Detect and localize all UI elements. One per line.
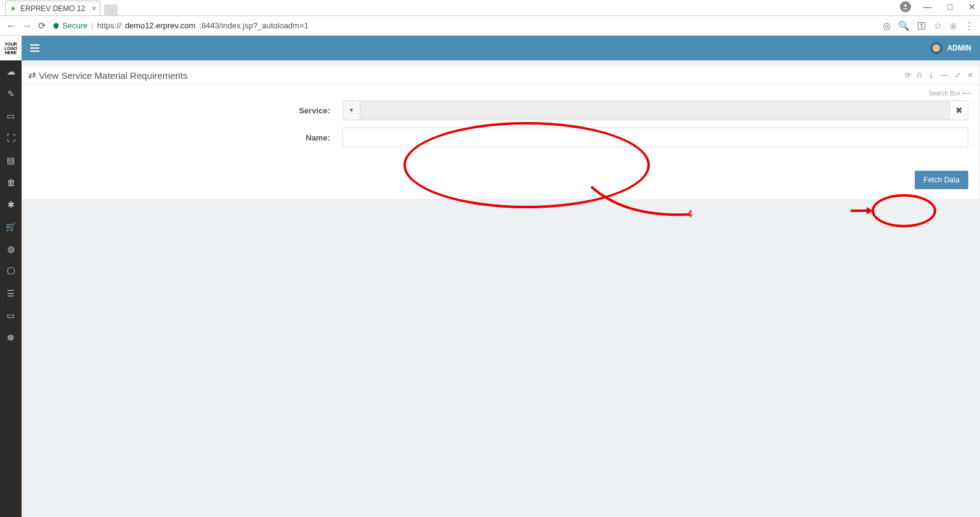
content: ⇄ View Service Material Requirements ⟳ ⎙… xyxy=(22,60,980,517)
logo-line1: YOUR xyxy=(4,42,17,46)
annotation-step-number: 4 xyxy=(687,208,692,221)
logo-line2: LOGO xyxy=(4,46,17,51)
nav-forward-icon[interactable]: → xyxy=(22,20,32,31)
name-label: Name: xyxy=(59,133,342,142)
tag-icon[interactable]: ✎ xyxy=(0,83,22,105)
tab-strip: ERPREV DEMO 12 × — □ ✕ xyxy=(0,0,980,16)
searchbox-toggle[interactable]: Search Box ⟵ xyxy=(22,85,979,97)
topbar: ADMIN xyxy=(22,36,980,60)
searchbox-collapse-icon: ⟵ xyxy=(962,90,971,97)
user-label: ADMIN xyxy=(947,44,971,52)
service-label: Service: xyxy=(59,106,342,115)
window-close-icon[interactable]: ✕ xyxy=(966,2,978,12)
url-box[interactable]: Secure | https://demo12.erprev.com:8443/… xyxy=(52,21,877,30)
window-maximize-icon[interactable]: □ xyxy=(944,2,955,12)
kebab-menu-icon[interactable]: ⋮ xyxy=(965,20,974,31)
url-domain: demo12.erprev.com xyxy=(125,21,196,30)
sidebar: YOUR LOGO HERE ☁ ✎ ▭ ⛶ ▤ 🗑 ✱ 🛒 ◍ 🖵 ☰ ▭ ☸ xyxy=(0,36,22,517)
monitor-icon[interactable]: 🖵 xyxy=(0,260,22,282)
secure-indicator: Secure xyxy=(52,21,87,30)
row-service: Service: ▼ ✖ xyxy=(59,100,968,120)
main-area: ADMIN ⇄ View Service Material Requiremen… xyxy=(22,36,980,517)
url-scheme: https:// xyxy=(97,21,121,30)
reload-icon[interactable]: ⟳ xyxy=(38,20,46,31)
key-icon[interactable]: ⚿ xyxy=(917,20,926,31)
minimize-icon[interactable]: — xyxy=(941,71,949,79)
tab-title: ERPREV DEMO 12 xyxy=(20,4,85,13)
location-icon[interactable]: ◎ xyxy=(883,20,891,31)
avatar-icon xyxy=(930,42,942,54)
favicon-icon xyxy=(12,6,15,11)
nav-back-icon[interactable]: ← xyxy=(6,20,16,31)
address-bar: ← → ⟳ Secure | https://demo12.erprev.com… xyxy=(0,16,980,36)
cart-icon[interactable]: 🛒 xyxy=(0,216,22,238)
panel-header: ⇄ View Service Material Requirements ⟳ ⎙… xyxy=(22,66,979,85)
dashboard-icon[interactable]: ☁ xyxy=(0,60,22,83)
new-tab-button[interactable] xyxy=(104,4,118,15)
tab-close-icon[interactable]: × xyxy=(92,4,97,13)
app-root: YOUR LOGO HERE ☁ ✎ ▭ ⛶ ▤ 🗑 ✱ 🛒 ◍ 🖵 ☰ ▭ ☸… xyxy=(0,36,980,517)
expand-icon[interactable]: ⤢ xyxy=(955,71,961,79)
shuffle-icon: ⇄ xyxy=(28,70,36,81)
doc-icon[interactable]: ▤ xyxy=(0,149,22,171)
modules-icon[interactable]: ⛶ xyxy=(0,127,22,149)
star-icon[interactable]: ☆ xyxy=(934,20,942,31)
panel-title-text: View Service Material Requirements xyxy=(39,70,188,81)
name-field xyxy=(342,128,968,147)
name-input[interactable] xyxy=(342,128,968,147)
url-divider: | xyxy=(91,21,93,30)
topbar-user[interactable]: ADMIN xyxy=(930,42,971,54)
trash-icon[interactable]: 🗑 xyxy=(0,171,22,193)
url-path: :8443/index.jsp?_autoloadm=1 xyxy=(199,21,308,30)
support-icon[interactable]: ☸ xyxy=(0,327,22,349)
close-icon[interactable]: ✕ xyxy=(967,71,973,79)
fetch-data-button[interactable]: Fetch Data xyxy=(915,171,968,189)
globe-icon[interactable]: ◍ xyxy=(0,238,22,260)
browser-chrome: ERPREV DEMO 12 × — □ ✕ ← → ⟳ Secure | ht… xyxy=(0,0,980,36)
print-icon[interactable]: ⎙ xyxy=(917,71,921,79)
money-icon[interactable]: ▭ xyxy=(0,105,22,127)
service-input[interactable] xyxy=(360,100,950,120)
address-bar-icons: ◎ 🔍 ⚿ ☆ ◉ ⋮ xyxy=(883,20,974,31)
searchbox-label-text: Search Box xyxy=(929,90,961,97)
gear-icon[interactable]: ✱ xyxy=(0,193,22,216)
chrome-user-icon[interactable] xyxy=(900,1,911,12)
search-form: Service: ▼ ✖ Name: xyxy=(22,97,979,167)
browser-tab[interactable]: ERPREV DEMO 12 × xyxy=(5,1,100,15)
db-icon[interactable]: ☰ xyxy=(0,282,22,304)
service-dropdown-button[interactable]: ▼ xyxy=(342,100,360,120)
logo[interactable]: YOUR LOGO HERE xyxy=(0,36,22,60)
logo-line3: HERE xyxy=(5,51,17,55)
secure-label: Secure xyxy=(62,21,87,30)
panel-toolbar: ⟳ ⎙ ⭳ — ⤢ ✕ xyxy=(905,71,973,79)
window-minimize-icon[interactable]: — xyxy=(922,2,933,12)
zoom-icon[interactable]: 🔍 xyxy=(898,20,910,31)
svg-point-0 xyxy=(904,4,907,7)
service-field: ▼ ✖ xyxy=(342,100,968,120)
panel-actions: Fetch Data xyxy=(22,167,979,199)
service-clear-button[interactable]: ✖ xyxy=(950,100,968,120)
window-controls: — □ ✕ xyxy=(900,1,978,12)
panel-title: ⇄ View Service Material Requirements xyxy=(28,70,188,81)
menu-toggle-icon[interactable] xyxy=(30,44,39,52)
download-icon[interactable]: ⭳ xyxy=(928,71,935,79)
row-name: Name: xyxy=(59,128,968,147)
panel: ⇄ View Service Material Requirements ⟳ ⎙… xyxy=(22,65,980,200)
refresh-icon[interactable]: ⟳ xyxy=(905,71,911,79)
book-icon[interactable]: ▭ xyxy=(0,304,22,327)
annotation-arrow-icon xyxy=(851,207,873,214)
extension-icon[interactable]: ◉ xyxy=(949,20,957,31)
